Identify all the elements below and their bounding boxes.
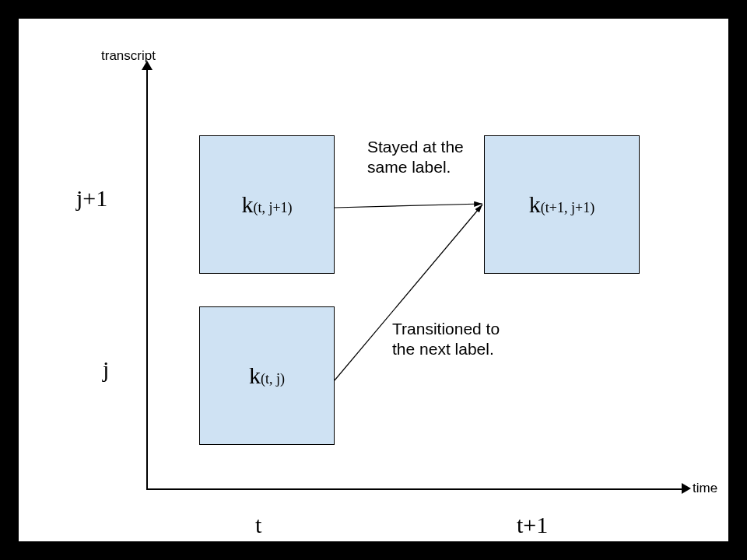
x-tick-t: t <box>255 512 261 538</box>
y-tick-jp1: j+1 <box>76 185 107 212</box>
node-tp1-jp1: k(t+1, j+1) <box>484 135 640 274</box>
x-tick-tp1: t+1 <box>517 512 548 538</box>
node-label: k(t+1, j+1) <box>529 191 594 218</box>
transition-edges <box>19 19 728 541</box>
y-tick-j: j <box>103 356 109 383</box>
x-axis-line <box>146 488 683 490</box>
x-axis-label: time <box>693 481 717 496</box>
annotation-stayed: Stayed at thesame label. <box>367 137 464 178</box>
annotation-transitioned: Transitioned tothe next label. <box>392 319 500 360</box>
node-t-j: k(t, j) <box>199 306 335 445</box>
x-axis-arrow-icon <box>682 483 691 494</box>
y-axis-line <box>146 65 148 490</box>
node-label: k(t, j+1) <box>241 191 292 218</box>
edge-stay <box>335 204 482 208</box>
y-axis-label: transcript <box>101 48 156 64</box>
node-label: k(t, j) <box>249 362 285 389</box>
diagram-canvas: transcript time j j+1 t t+1 k(t, j+1) k(… <box>19 19 728 541</box>
node-t-jp1: k(t, j+1) <box>199 135 335 274</box>
